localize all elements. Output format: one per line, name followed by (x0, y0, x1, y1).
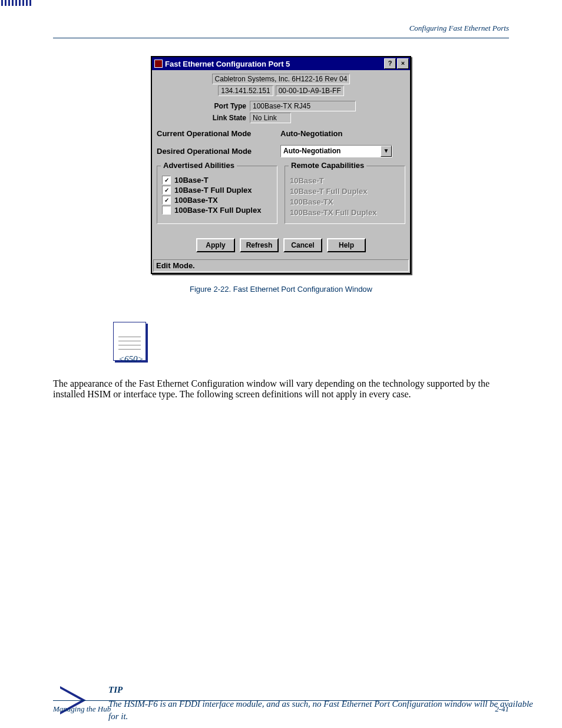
link-state-label: Link State (157, 114, 250, 122)
remote-title: Remote Capabilities (289, 161, 366, 170)
help-button[interactable]: Help (327, 238, 366, 252)
desired-mode-label: Desired Operational Mode (157, 147, 280, 156)
checkbox-icon[interactable] (162, 206, 171, 215)
figure-caption: Figure 2-22. Fast Ethernet Port Configur… (53, 285, 509, 294)
checkbox-icon[interactable]: ✓ (162, 176, 171, 185)
footer-left: Managing the Hub (53, 704, 111, 714)
remote-capabilities-group: Remote Capabilities 10Base-T 10Base-T Fu… (285, 166, 405, 224)
checkbox-100base-tx[interactable]: ✓ 100Base-TX (162, 196, 272, 205)
checkbox-10base-t-fd[interactable]: ✓ 10Base-T Full Duplex (162, 186, 272, 195)
checkbox-100base-tx-fd[interactable]: 100Base-TX Full Duplex (162, 206, 272, 215)
page-header: Configuring Fast Ethernet Ports (53, 24, 509, 38)
status-bar: Edit Mode. (153, 259, 409, 272)
remote-item: 100Base-TX Full Duplex (290, 208, 400, 217)
note-block: <650> (112, 317, 509, 362)
desired-mode-selected: Auto-Negotiation (281, 146, 381, 157)
checkbox-10base-t[interactable]: ✓ 10Base-T (162, 176, 272, 185)
app-icon (154, 60, 163, 68)
remote-item: 10Base-T (290, 176, 400, 185)
header-right: Configuring Fast Ethernet Ports (409, 24, 509, 33)
ip-address: 134.141.52.151 (218, 85, 273, 96)
desired-mode-select[interactable]: Auto-Negotiation ▼ (280, 145, 392, 157)
port-type-label: Port Type (157, 102, 250, 110)
chevron-down-icon[interactable]: ▼ (381, 146, 392, 157)
advertised-title: Advertised Abilities (161, 161, 237, 170)
port-type-value: 100Base-TX RJ45 (250, 101, 356, 111)
window-title: Fast Ethernet Configuration Port 5 (165, 60, 383, 68)
note-text: The appearance of the Fast Ethernet Conf… (53, 378, 490, 399)
current-mode-label: Current Operational Mode (157, 129, 280, 138)
help-button[interactable]: ? (384, 58, 396, 69)
advertised-abilities-group: Advertised Abilities ✓ 10Base-T ✓ 10Base… (157, 166, 277, 224)
current-mode-value: Auto-Negotiation (280, 129, 342, 138)
checkbox-icon[interactable]: ✓ (162, 186, 171, 195)
remote-item: 10Base-T Full Duplex (290, 187, 400, 196)
dialog-fast-ethernet-config: Fast Ethernet Configuration Port 5 ? × C… (151, 56, 411, 274)
note-icon: <650> (112, 317, 150, 362)
footer-right: 2-41 (495, 704, 509, 714)
page-footer: Managing the Hub 2-41 (53, 700, 509, 714)
apply-button[interactable]: Apply (196, 238, 235, 252)
vendor-info: Cabletron Systems, Inc. 6H122-16 Rev 04 (212, 74, 351, 84)
link-state-value: No Link (250, 113, 291, 123)
title-bar[interactable]: Fast Ethernet Configuration Port 5 ? × (152, 57, 410, 70)
tip-heading: TIP (108, 685, 123, 694)
refresh-button[interactable]: Refresh (240, 238, 279, 252)
close-button[interactable]: × (397, 58, 409, 69)
cancel-button[interactable]: Cancel (283, 238, 322, 252)
checkbox-icon[interactable]: ✓ (162, 196, 171, 205)
mac-address: 00-00-1D-A9-1B-FF (276, 85, 344, 96)
remote-item: 100Base-TX (290, 197, 400, 206)
